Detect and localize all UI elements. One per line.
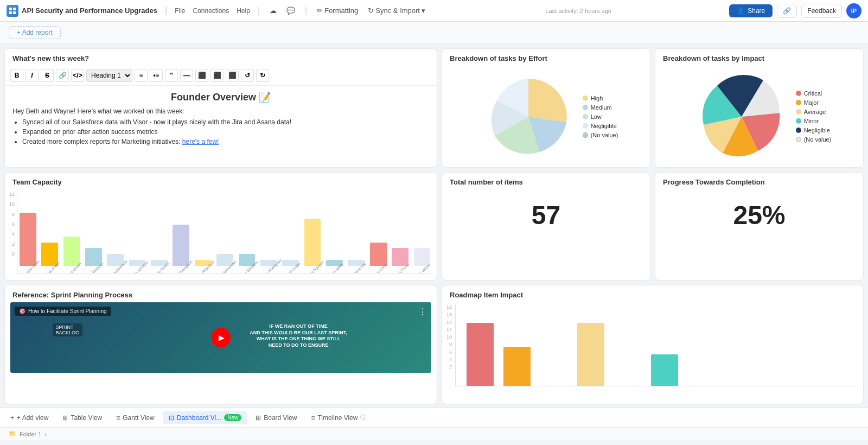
roadmap-y-axis: 18 16 14 12 10 8 6 4 2 [446, 304, 455, 370]
ol-button[interactable]: ≡ [135, 69, 148, 82]
y-axis: 12 10 8 6 4 2 0 [9, 192, 17, 257]
video-menu-icon[interactable]: ⋮ [418, 307, 427, 317]
progress-value: 25% [655, 189, 863, 241]
feedback-button[interactable]: Feedback [801, 4, 842, 18]
nav-connections[interactable]: Connections [193, 7, 229, 15]
gantt-view-tab[interactable]: ≡ Gantt View [110, 411, 161, 424]
team-bar-group: Samantha Chen [17, 213, 38, 273]
whats-new-card: What's new this week? B I S 🔗 </> Headin… [4, 48, 437, 168]
team-bar-group: Jordan Patel [39, 243, 60, 273]
editor-intro: Hey Beth and Wayne! Here's what we worke… [12, 107, 429, 115]
align-right-button[interactable]: ⬛ [226, 69, 239, 82]
dashboard-icon: ⊡ [169, 414, 174, 422]
roadmap-bars [455, 304, 859, 386]
legend-major: Major [796, 99, 832, 106]
team-bar-group: Carlos Rivera [149, 260, 169, 273]
major-dot [796, 100, 801, 105]
svg-rect-2 [9, 11, 12, 14]
nav-file[interactable]: File [175, 7, 185, 15]
logo: API Security and Performance Upgrades [7, 5, 157, 17]
legend-negligible2: Negligible [796, 127, 832, 134]
svg-rect-0 [9, 8, 12, 10]
y-12: 12 [9, 192, 15, 197]
logo-icon [7, 5, 18, 17]
share-button[interactable]: 👤 Share [729, 4, 773, 17]
roadmap-bar [467, 323, 494, 386]
effort-legend: High Medium Low Negligible (No value) [583, 95, 618, 138]
italic-button[interactable]: I [25, 69, 39, 82]
ul-button[interactable]: •≡ [150, 69, 163, 82]
y-10: 10 [9, 201, 15, 207]
dashboard-label: Dashboard Vi... [177, 414, 222, 422]
team-bar-group: Isabella Rodriguez [258, 260, 279, 273]
undo-button[interactable]: ↺ [241, 69, 254, 82]
critical-label: Critical [804, 90, 822, 97]
team-bar-group: Lena Perez [390, 248, 410, 273]
novalue-dot [583, 132, 588, 138]
editor-toolbar: B I S 🔗 </> Heading 1Heading 2Normal ≡ •… [5, 66, 437, 86]
roadmap-bar [577, 323, 604, 386]
y-6: 6 [9, 221, 15, 227]
novalue-label: (No value) [591, 132, 618, 138]
legend-novalue2: (No value) [796, 136, 832, 143]
link-button[interactable]: 🔗 [56, 69, 69, 82]
board-view-tab[interactable]: ⊞ Board View [250, 411, 303, 424]
team-capacity-card: Team Capacity 12 10 8 6 4 2 0 Samantha C… [4, 172, 437, 281]
timeline-view-tab[interactable]: ≡ Timeline View ⓘ [305, 411, 372, 424]
total-items-card: Total number of items 57 [442, 172, 650, 281]
folder-label: Folder 1 [20, 431, 41, 437]
board-icon: ⊞ [256, 414, 261, 422]
heading-select[interactable]: Heading 1Heading 2Normal [86, 69, 132, 82]
editor-bullets: Synced all of our Salesforce data with V… [12, 118, 429, 145]
add-view-tab[interactable]: + + Add view [4, 411, 54, 424]
add-view-icon: + [10, 414, 14, 422]
bold-button[interactable]: B [10, 69, 23, 82]
bar [370, 243, 387, 266]
strikethrough-button[interactable]: S [41, 69, 54, 82]
board-label: Board View [264, 414, 297, 422]
effort-title: Breakdown of tasks by Effort [442, 49, 650, 66]
quote-button[interactable]: " [165, 69, 178, 82]
medium-label: Medium [591, 104, 612, 111]
effort-breakdown-card: Breakdown of tasks by Effort High [442, 48, 650, 168]
cloud-icon[interactable]: ☁ [267, 5, 279, 16]
legend-critical: Critical [796, 90, 832, 97]
dashboard-view-tab[interactable]: ⊡ Dashboard Vi... New [163, 411, 248, 424]
video-frame: 🎯 How to Facilitate Sprint Planning ⋮ IF… [10, 302, 431, 373]
video-play-button[interactable] [211, 328, 231, 347]
topbar-nav: File Connections Help [175, 7, 250, 15]
bullet-link[interactable]: here's a few! [182, 138, 219, 145]
legend-minor: Minor [796, 118, 832, 124]
bullet-1: Synced all of our Salesforce data with V… [22, 118, 429, 126]
major-label: Major [804, 99, 819, 106]
add-report-button[interactable]: + Add report [9, 26, 61, 39]
team-bar-group: Luis Martinez [83, 248, 104, 273]
nav-help[interactable]: Help [237, 7, 250, 15]
align-center-button[interactable]: ⬛ [210, 69, 224, 82]
code-button[interactable]: </> [71, 69, 84, 82]
impact-title: Breakdown of tasks by Impact [655, 49, 863, 66]
avatar[interactable]: IP [846, 3, 861, 18]
align-left-button[interactable]: ⬛ [195, 69, 208, 82]
formatting-btn[interactable]: ✏ Formatting [315, 5, 360, 16]
team-bar-group: Ethan Williams [237, 254, 257, 273]
dashboard-grid: What's new this week? B I S 🔗 </> Headin… [0, 44, 868, 408]
sprint-label: SPRINTBACKLOG [53, 323, 83, 336]
topbar-right: 👤 Share 🔗 Feedback IP [729, 3, 861, 18]
video-ref-card: Reference: Sprint Planning Process 🎯 How… [4, 285, 437, 404]
novalue2-dot [796, 137, 801, 142]
comment-icon[interactable]: 💬 [284, 5, 297, 16]
activity-status: Last activity: 2 hours ago [545, 8, 611, 14]
editor-heading: Founder Overview 📝 [12, 91, 429, 103]
sync-btn[interactable]: ↻ Sync & Import ▾ [366, 5, 427, 16]
topbar: API Security and Performance Upgrades | … [0, 0, 868, 22]
table-view-tab[interactable]: ⊞ Table View [56, 411, 108, 424]
negligible-label: Negligible [591, 123, 617, 129]
hr-button[interactable]: — [180, 69, 193, 82]
folder-arrow: › [44, 431, 47, 437]
link-button[interactable]: 🔗 [777, 4, 797, 18]
redo-button[interactable]: ↻ [256, 69, 269, 82]
legend-average: Average [796, 109, 832, 115]
team-bar-group: Sophia Nguyen [302, 219, 323, 273]
team-bar-group: Maya Robinson [193, 260, 213, 273]
